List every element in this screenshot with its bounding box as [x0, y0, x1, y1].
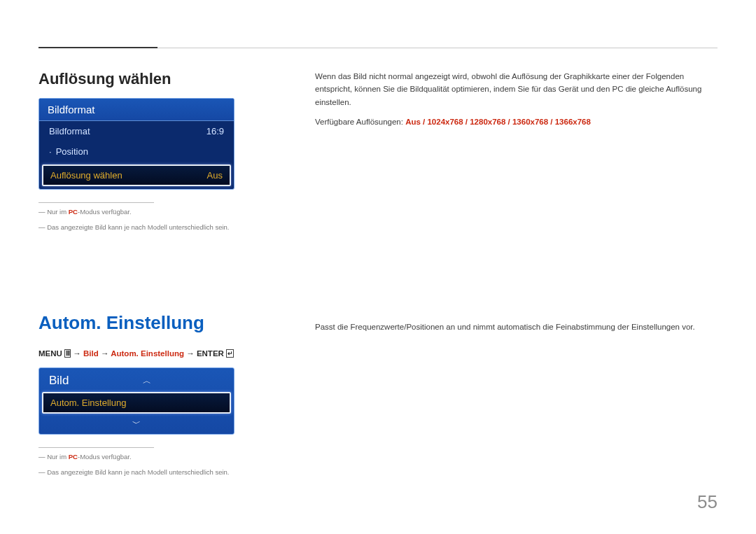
osd-panel-bild: Bild ︿ Autom. Einstellung ﹀: [38, 367, 234, 435]
row-label: Position: [49, 146, 88, 157]
row-label: Auflösung wählen: [50, 170, 122, 181]
section-auto-right: Passt die Frequenzwerte/Positionen an un…: [315, 314, 718, 340]
footnotes-1-body: ― Nur im PC-Modus verfügbar. ― Das angez…: [38, 206, 255, 234]
foot-red: PC: [69, 453, 78, 461]
row-label: Bildformat: [49, 126, 90, 136]
arrow: →: [73, 349, 81, 358]
foot-red: PC: [69, 208, 78, 216]
arrow: →: [101, 349, 109, 358]
menu-row-position[interactable]: Position: [39, 141, 234, 162]
section-auto-left: Autom. Einstellung MENU Ⅲ → Bild → Autom…: [38, 312, 255, 479]
panel-title: Bildformat: [39, 99, 234, 121]
menu-path: MENU Ⅲ → Bild → Autom. Einstellung → ENT…: [38, 349, 255, 358]
foot-text: Das angezeigte Bild kann je nach Modell …: [47, 223, 229, 231]
menu-row-resolution-selected[interactable]: Auflösung wählen Aus: [42, 164, 231, 186]
chevron-up-icon[interactable]: ︿: [98, 375, 196, 387]
section-resolution-left: Auflösung wählen Bildformat Bildformat 1…: [38, 70, 255, 234]
body-paragraph: Wenn das Bild nicht normal angezeigt wir…: [315, 70, 718, 108]
text: Verfügbare Auflösungen:: [315, 118, 405, 126]
panel2-header: Bild ︿: [39, 368, 234, 389]
foot-text: Nur im: [47, 453, 69, 461]
section-resolution-right: Wenn das Bild nicht normal angezeigt wir…: [315, 70, 718, 136]
foot-text: -Modus verfügbar.: [78, 208, 132, 216]
osd-panel-bildformat: Bildformat Bildformat 16:9 Position Aufl…: [38, 98, 234, 190]
heading-resolution: Auflösung wählen: [38, 70, 255, 88]
body-paragraph: Passt die Frequenzwerte/Positionen an un…: [315, 321, 718, 333]
panel-body: Bildformat 16:9 Position Auflösung wähle…: [39, 121, 234, 186]
panel-title: Bild: [49, 374, 98, 388]
crumb-bild: Bild: [83, 349, 99, 358]
crumb-auto: Autom. Einstellung: [111, 349, 184, 358]
crumb-enter: ENTER: [197, 349, 224, 358]
body-paragraph: Verfügbare Auflösungen: Aus / 1024x768 /…: [315, 115, 718, 128]
crumb-menu: MENU: [38, 349, 62, 358]
menu-icon: Ⅲ: [64, 349, 71, 358]
menu-row-bildformat[interactable]: Bildformat 16:9: [39, 121, 234, 141]
menu-row-auto-selected[interactable]: Autom. Einstellung: [42, 392, 231, 414]
chevron-down-icon[interactable]: ﹀: [39, 416, 234, 434]
enter-icon: ↵: [226, 349, 234, 358]
footnotes-2-body: ― Nur im PC-Modus verfügbar. ― Das angez…: [38, 451, 255, 479]
foot-text: Nur im: [47, 208, 69, 216]
row-value: Aus: [207, 170, 223, 181]
page-number: 55: [697, 491, 718, 513]
foot-text: Das angezeigte Bild kann je nach Modell …: [47, 468, 229, 476]
foot-text: -Modus verfügbar.: [78, 453, 132, 461]
heading-auto: Autom. Einstellung: [38, 312, 255, 334]
row-value: 16:9: [206, 126, 224, 136]
resolution-list: Aus / 1024x768 / 1280x768 / 1360x768 / 1…: [405, 118, 591, 126]
header-rule-accent: [38, 47, 158, 48]
arrow: →: [186, 349, 195, 358]
